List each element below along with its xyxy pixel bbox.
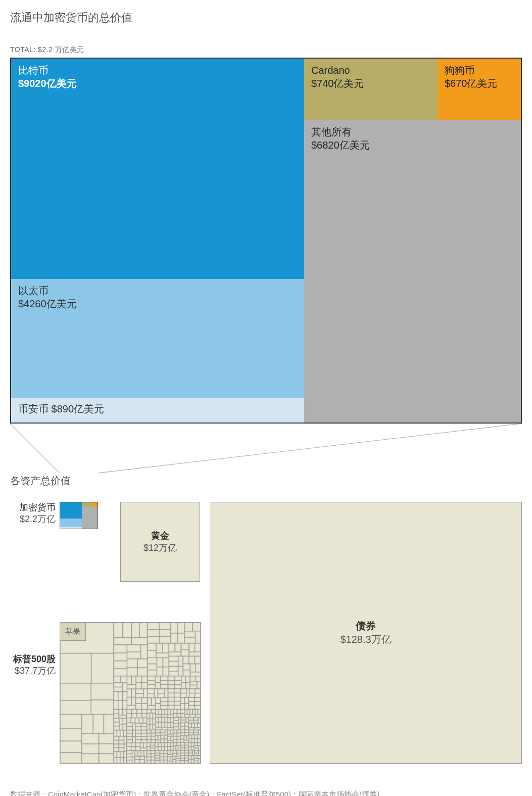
cell-value: $890亿美元 bbox=[52, 403, 105, 414]
cell-name: 狗狗币 bbox=[445, 64, 514, 77]
cell-value: $670亿美元 bbox=[445, 77, 514, 90]
apple-label: 苹果 bbox=[60, 623, 86, 641]
cell-binance: 币安币 $890亿美元 bbox=[11, 398, 304, 423]
cell-value: $740亿美元 bbox=[311, 77, 430, 90]
label-sp500: 标普500股 $37.7万亿 bbox=[10, 653, 56, 676]
cell-value: $9020亿美元 bbox=[18, 77, 297, 90]
asset-value: $2.2万亿 bbox=[10, 513, 56, 525]
crypto-treemap: 比特币 $9020亿美元 以太币 $4260亿美元 币安币 $890亿美元 Ca… bbox=[10, 58, 522, 424]
asset-value: $128.3万亿 bbox=[340, 633, 391, 646]
asset-value: $37.7万亿 bbox=[10, 665, 56, 677]
cell-value: $6820亿美元 bbox=[311, 138, 514, 152]
box-gold: 黄金 $12万亿 bbox=[120, 502, 200, 582]
box-bonds: 债券 $128.3万亿 bbox=[210, 502, 522, 764]
asset-value: $12万亿 bbox=[143, 542, 177, 554]
assets-title: 各资产总价值 bbox=[10, 474, 522, 488]
svg-line-1 bbox=[98, 424, 522, 473]
cell-value: $4260亿美元 bbox=[18, 297, 297, 310]
cell-bitcoin: 比特币 $9020亿美元 bbox=[11, 59, 304, 279]
mini-crypto-treemap bbox=[60, 502, 98, 529]
label-crypto: 加密货币 $2.2万亿 bbox=[10, 502, 56, 525]
asset-name: 黄金 bbox=[151, 530, 169, 542]
chart-title: 流通中加密货币的总价值 bbox=[10, 10, 522, 25]
cell-name: Cardano bbox=[311, 64, 430, 77]
asset-name: 标普500股 bbox=[10, 653, 56, 665]
cell-name: 以太币 bbox=[18, 284, 297, 297]
asset-name: 债券 bbox=[356, 619, 376, 633]
asset-name: 加密货币 bbox=[10, 502, 56, 513]
data-source: 数据来源：CoinMarketCap(加密货币)；世界黄金协会(黄金)；Fact… bbox=[10, 790, 522, 796]
cell-name: 比特币 bbox=[18, 64, 297, 77]
cell-name: 其他所有 bbox=[311, 125, 514, 138]
cell-other: 其他所有 $6820亿美元 bbox=[304, 120, 521, 423]
total-label: TOTAL: $2.2 万亿美元 bbox=[10, 45, 522, 55]
assets-comparison: 加密货币 $2.2万亿 黄金 $12万亿 债券 $128.3万亿 标普500股 … bbox=[10, 502, 522, 775]
svg-line-0 bbox=[10, 424, 60, 473]
cell-name: 币安币 bbox=[18, 403, 49, 414]
cell-doge: 狗狗币 $670亿美元 bbox=[438, 59, 521, 120]
cell-cardano: Cardano $740亿美元 bbox=[304, 59, 438, 120]
cell-ether: 以太币 $4260亿美元 bbox=[11, 279, 304, 398]
box-sp500: 苹果 bbox=[60, 622, 201, 764]
connector-lines bbox=[10, 424, 522, 474]
